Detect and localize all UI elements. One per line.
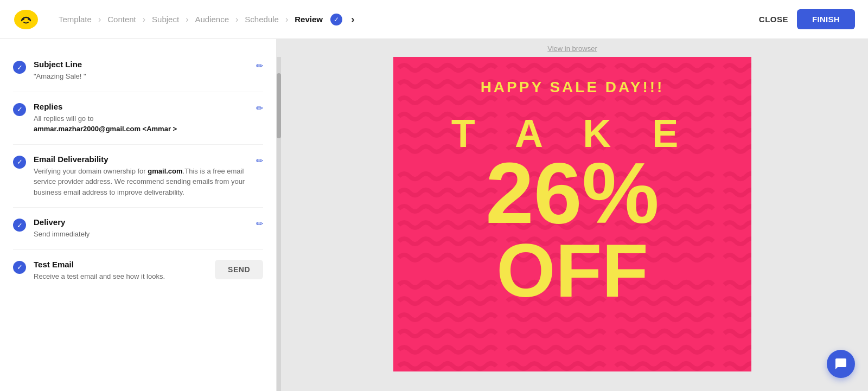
deliverability-check-icon: ✓: [13, 156, 26, 169]
sidebar-item-replies: ✓ Replies All replies will go to ammar.m…: [13, 92, 263, 145]
finish-button[interactable]: FINISH: [797, 9, 855, 29]
chat-support-button[interactable]: [827, 350, 855, 378]
preview-panel: View in browser HAPPY SALE DAY!!! T A K …: [277, 39, 868, 391]
email-preview: HAPPY SALE DAY!!! T A K E 26% OFF: [393, 57, 751, 371]
nav-step-audience[interactable]: Audience: [193, 15, 231, 24]
chevron-icon-5: ›: [285, 15, 288, 24]
nav-step-content[interactable]: Content: [105, 15, 138, 24]
send-test-email-button[interactable]: SEND: [215, 260, 263, 279]
preview-scroll-area[interactable]: HAPPY SALE DAY!!! T A K E 26% OFF: [277, 57, 868, 391]
email-off-label: OFF: [496, 236, 648, 305]
sidebar-item-test-email-left: ✓ Test Email Receive a test email and se…: [13, 260, 165, 282]
replies-desc-plain: All replies will go to: [34, 114, 94, 123]
nav-steps: Template › Content › Subject › Audience …: [56, 13, 759, 25]
delivery-title: Delivery: [34, 217, 90, 227]
chevron-icon-4: ›: [235, 15, 238, 24]
email-preview-background: HAPPY SALE DAY!!! T A K E 26% OFF: [393, 57, 751, 371]
nav-step-review[interactable]: Review ✓ ›: [292, 13, 356, 25]
header: Template › Content › Subject › Audience …: [0, 0, 868, 39]
chevron-icon-3: ›: [186, 15, 188, 24]
chevron-icon-1: ›: [98, 15, 101, 24]
subject-line-content: Subject Line "Amazing Sale! ": [34, 60, 86, 82]
header-actions: CLOSE FINISH: [759, 9, 855, 29]
replies-desc-bold: ammar.mazhar2000@gmail.com <Ammar >: [34, 125, 177, 133]
subject-line-check-icon: ✓: [13, 61, 26, 74]
test-email-content: Test Email Receive a test email and see …: [34, 260, 165, 282]
sidebar-item-deliverability-left: ✓ Email Deliverability Verifying your do…: [13, 155, 256, 198]
replies-check-icon: ✓: [13, 103, 26, 116]
deliverability-desc-plain: Verifying your domain ownership for: [34, 167, 146, 175]
subject-line-desc: "Amazing Sale! ": [34, 71, 86, 82]
sidebar-item-delivery-left: ✓ Delivery Send immediately: [13, 217, 90, 240]
sidebar-item-replies-left: ✓ Replies All replies will go to ammar.m…: [13, 102, 177, 134]
svg-point-1: [22, 18, 24, 20]
deliverability-edit-icon[interactable]: ✏: [256, 156, 263, 166]
nav-step-schedule[interactable]: Schedule: [242, 15, 281, 24]
email-percent-label: 26%: [486, 150, 659, 236]
deliverability-desc: Verifying your domain ownership for gmai…: [34, 166, 256, 198]
delivery-check-icon: ✓: [13, 219, 26, 232]
deliverability-desc-bold: gmail.com: [148, 167, 182, 175]
delivery-content: Delivery Send immediately: [34, 217, 90, 240]
review-next-chevron: ›: [351, 13, 355, 25]
sidebar-item-test-email: ✓ Test Email Receive a test email and se…: [13, 250, 263, 282]
app-logo: [13, 9, 39, 30]
svg-point-2: [28, 18, 30, 20]
scrollbar-thumb[interactable]: [277, 73, 281, 138]
sidebar-item-subject-left: ✓ Subject Line "Amazing Sale! ": [13, 60, 86, 82]
sidebar-item-delivery: ✓ Delivery Send immediately ✏: [13, 208, 263, 250]
replies-desc: All replies will go to ammar.mazhar2000@…: [34, 113, 177, 134]
delivery-edit-icon[interactable]: ✏: [256, 219, 263, 229]
chevron-icon-2: ›: [143, 15, 145, 24]
test-email-title: Test Email: [34, 260, 165, 269]
deliverability-title: Email Deliverability: [34, 155, 256, 164]
svg-point-0: [14, 10, 38, 29]
deliverability-content: Email Deliverability Verifying your doma…: [34, 155, 256, 198]
subject-line-edit-icon[interactable]: ✏: [256, 61, 263, 71]
test-email-desc: Receive a test email and see how it look…: [34, 271, 165, 282]
sidebar-item-subject-line: ✓ Subject Line "Amazing Sale! " ✏: [13, 50, 263, 92]
main-content: ✓ Subject Line "Amazing Sale! " ✏ ✓ Repl…: [0, 39, 868, 391]
replies-content: Replies All replies will go to ammar.maz…: [34, 102, 177, 134]
replies-edit-icon[interactable]: ✏: [256, 103, 263, 113]
sidebar-item-deliverability: ✓ Email Deliverability Verifying your do…: [13, 145, 263, 208]
scrollbar-track: [277, 57, 281, 391]
nav-step-subject[interactable]: Subject: [150, 15, 181, 24]
review-check-icon: ✓: [330, 14, 342, 25]
replies-title: Replies: [34, 102, 177, 111]
email-headline: HAPPY SALE DAY!!!: [481, 79, 665, 96]
close-button[interactable]: CLOSE: [759, 15, 788, 24]
delivery-desc: Send immediately: [34, 229, 90, 240]
subject-line-title: Subject Line: [34, 60, 86, 69]
test-email-check-icon: ✓: [13, 261, 26, 274]
view-in-browser-link[interactable]: View in browser: [547, 44, 597, 53]
sidebar: ✓ Subject Line "Amazing Sale! " ✏ ✓ Repl…: [0, 39, 277, 391]
nav-step-template[interactable]: Template: [56, 15, 94, 24]
